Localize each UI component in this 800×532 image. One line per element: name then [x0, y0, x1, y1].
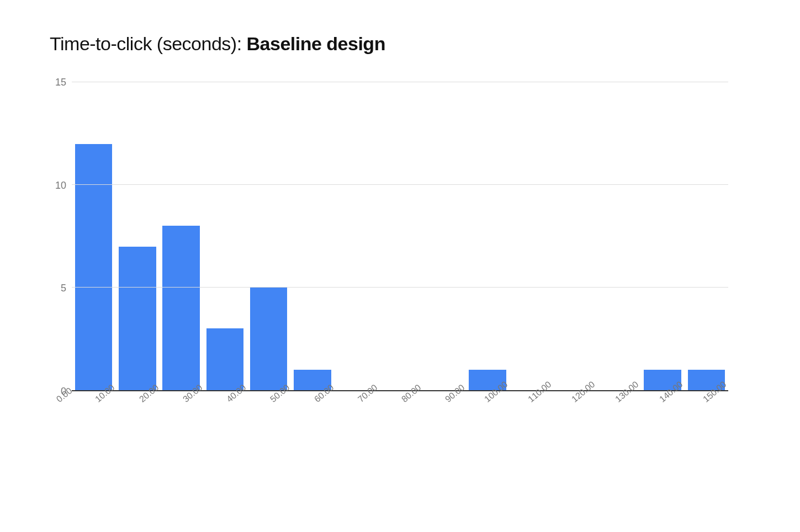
y-tick-label: 10: [55, 179, 66, 191]
gridline: [72, 184, 728, 185]
bars-layer: [72, 82, 728, 390]
gridline: [72, 82, 728, 82]
chart-title-light: Time-to-click (seconds):: [50, 33, 247, 54]
y-axis: 051015: [50, 82, 72, 391]
y-tick-label: 15: [55, 77, 66, 88]
plot-area: [72, 82, 728, 391]
chart-title: Time-to-click (seconds): Baseline design: [50, 33, 750, 55]
chart-title-bold: Baseline design: [247, 33, 385, 54]
x-axis: 0.0010.0020.0030.0040.0050.0060.0070.008…: [72, 391, 728, 424]
gridline: [72, 287, 728, 288]
bar: [206, 328, 243, 390]
bar: [75, 144, 112, 390]
bar: [162, 226, 199, 390]
bar: [250, 288, 287, 390]
chart-page: Time-to-click (seconds): Baseline design…: [0, 0, 800, 532]
bar: [119, 247, 156, 390]
y-tick-label: 5: [61, 283, 66, 294]
chart-area: 051015 0.0010.0020.0030.0040.0050.0060.0…: [72, 82, 728, 391]
